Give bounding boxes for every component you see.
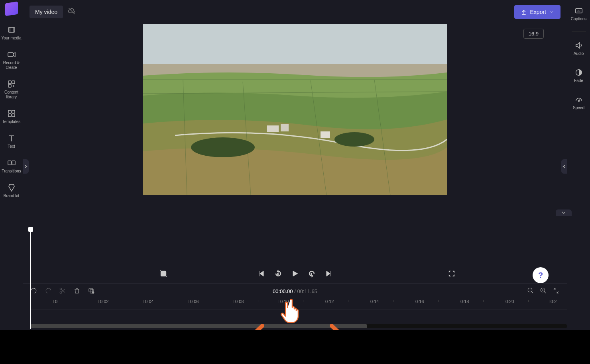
sidebar-label: Fade	[574, 78, 583, 83]
svg-rect-10	[8, 161, 11, 165]
chevron-down-icon	[549, 10, 554, 14]
cc-icon: CC	[574, 6, 583, 15]
sidebar-label: Captions	[571, 17, 586, 22]
ruler-tick: 0	[55, 299, 57, 304]
time-sep: /	[293, 288, 297, 294]
preview-area: 16:9	[23, 24, 567, 264]
top-bar: My video Export	[23, 0, 567, 24]
video-preview[interactable]	[143, 24, 447, 195]
upload-icon	[521, 9, 527, 15]
total-time: 00:11.65	[297, 288, 317, 294]
svg-rect-26	[89, 288, 92, 292]
ruler-tick: 0:12	[325, 299, 334, 304]
svg-rect-0	[8, 27, 15, 32]
playhead[interactable]	[30, 229, 31, 329]
sidebar-item-templates[interactable]: Templates	[0, 107, 23, 127]
timeline-toolbar: 00:00.00 / 00:11.65	[23, 283, 567, 299]
redo-button[interactable]	[45, 287, 52, 296]
sidebar-label: Content library	[1, 90, 22, 100]
svg-point-19	[334, 132, 374, 147]
sidebar-label: Speed	[573, 106, 584, 110]
sidebar-item-transitions[interactable]: Transitions	[0, 156, 23, 176]
timeline-ruler[interactable]: 00:020:040:060:080:100:120:140:160:180:2…	[30, 299, 567, 309]
sidebar-item-captions[interactable]: CC Captions	[567, 4, 590, 24]
ruler-tick: 0:10	[280, 299, 289, 304]
crop-toggle-button[interactable]	[158, 268, 169, 279]
delete-button[interactable]	[73, 287, 81, 296]
sidebar-label: Templates	[2, 119, 21, 124]
transitions-icon	[7, 159, 16, 167]
svg-rect-9	[12, 114, 15, 117]
fit-timeline-button[interactable]	[553, 287, 560, 296]
ruler-tick: 0:06	[190, 299, 199, 304]
rewind-5-button[interactable]: 5	[273, 268, 284, 279]
cloud-sync-off-icon[interactable]	[68, 7, 76, 17]
skip-forward-button[interactable]	[323, 268, 334, 279]
sidebar-label: Text	[8, 144, 15, 149]
aspect-ratio-button[interactable]: 16:9	[523, 29, 544, 39]
sidebar-item-record-create[interactable]: Record & create	[0, 48, 23, 72]
sidebar-item-fade[interactable]: Fade	[567, 66, 590, 86]
fullscreen-button[interactable]	[446, 268, 457, 279]
svg-text:5: 5	[277, 273, 279, 275]
speaker-icon	[574, 41, 583, 50]
svg-rect-13	[143, 24, 447, 68]
timeline-scrollbar[interactable]	[30, 324, 567, 328]
sidebar-item-text[interactable]: Text	[0, 131, 23, 151]
ruler-tick: 0:20	[505, 299, 514, 304]
svg-rect-6	[8, 110, 11, 113]
left-sidebar: Your media Record & create Content libra…	[0, 0, 23, 364]
sidebar-label: Brand kit	[4, 194, 19, 198]
ruler-tick: 0:18	[460, 299, 469, 304]
skip-back-button[interactable]	[256, 268, 267, 279]
sidebar-item-speed[interactable]: Speed	[567, 93, 590, 113]
sidebar-label: Your media	[1, 36, 21, 41]
sidebar-item-audio[interactable]: Audio	[567, 39, 590, 59]
ruler-tick: 0:14	[370, 299, 379, 304]
svg-rect-4	[8, 84, 11, 87]
svg-rect-16	[281, 124, 289, 131]
current-time: 00:00.00	[273, 288, 293, 294]
speed-icon	[574, 95, 583, 104]
svg-point-34	[578, 100, 579, 102]
export-label: Export	[530, 9, 546, 15]
svg-rect-7	[12, 110, 15, 113]
sidebar-item-brand-kit[interactable]: Brand kit	[0, 181, 23, 201]
zoom-out-button[interactable]	[527, 287, 534, 296]
scrollbar-thumb[interactable]	[30, 324, 367, 328]
forward-5-button[interactable]: 5	[306, 268, 317, 279]
text-icon	[7, 134, 16, 143]
zoom-in-button[interactable]	[540, 287, 547, 296]
ruler-tick: 0:16	[415, 299, 424, 304]
ruler-tick: 0:04	[145, 299, 153, 304]
export-button[interactable]: Export	[514, 5, 560, 19]
undo-button[interactable]	[30, 287, 37, 296]
ruler-tick: 0:2	[551, 299, 557, 304]
sidebar-label: Audio	[574, 51, 584, 56]
preview-frame-image	[143, 24, 447, 195]
ruler-tick: 0:08	[235, 299, 244, 304]
split-button[interactable]	[59, 287, 66, 296]
bottom-bar	[0, 330, 590, 364]
duplicate-button[interactable]	[88, 287, 95, 296]
sidebar-item-your-media[interactable]: Your media	[0, 23, 23, 43]
svg-rect-2	[8, 81, 11, 84]
svg-rect-11	[12, 161, 15, 165]
expand-right-panel-button[interactable]	[561, 159, 567, 174]
svg-rect-17	[321, 131, 330, 138]
svg-point-5	[13, 86, 14, 86]
svg-text:5: 5	[311, 273, 312, 275]
help-button[interactable]: ?	[533, 267, 549, 283]
brand-icon	[7, 183, 16, 192]
svg-line-12	[69, 8, 75, 14]
media-icon	[7, 25, 16, 34]
templates-icon	[7, 109, 16, 118]
svg-rect-3	[12, 81, 15, 84]
project-name-field[interactable]: My video	[30, 6, 63, 18]
fade-icon	[574, 68, 583, 77]
svg-rect-1	[8, 53, 13, 57]
svg-text:CC: CC	[576, 10, 580, 12]
collapse-panel-button[interactable]	[556, 209, 572, 216]
sidebar-item-content-library[interactable]: Content library	[0, 77, 23, 102]
play-button[interactable]	[289, 268, 301, 279]
